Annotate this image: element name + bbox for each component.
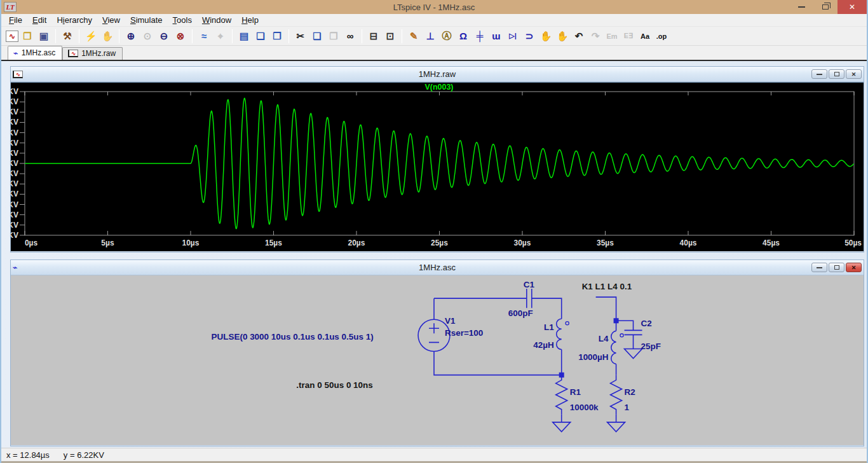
diode-tool-button[interactable]: ▷|	[505, 29, 520, 44]
net-label-tool-button[interactable]: Ⓐ	[439, 29, 454, 44]
drag-tool-button[interactable]: ✋	[555, 29, 570, 44]
component-r2-resistor[interactable]	[611, 375, 622, 415]
tab-1mhz-asc[interactable]: ⌁ 1MHz.asc	[8, 46, 62, 60]
component-tool-button[interactable]: ⊃	[522, 29, 537, 44]
waveform-minimize-button[interactable]	[811, 69, 827, 79]
c2-value-label[interactable]: 25pF	[641, 342, 661, 351]
wire-junction	[614, 318, 619, 323]
menu-window[interactable]: Window	[197, 15, 236, 25]
l1-value-label[interactable]: 42µH	[533, 340, 553, 350]
component-c1-capacitor[interactable]	[527, 289, 532, 308]
close-button[interactable]: ✕	[837, 0, 867, 14]
pulse-source-text[interactable]: PULSE(0 3000 10us 0.1us 0.1us 0.5us 1)	[212, 332, 374, 342]
waveform-plot-area[interactable]: 7KV6KV5KV4KV3KV2KV1KV0KV-1KV-2KV-3KV-4KV…	[11, 82, 864, 251]
print-button[interactable]: ⊟	[366, 29, 381, 44]
c1-value-label[interactable]: 600pF	[508, 308, 533, 318]
waveform-plot[interactable]: 7KV6KV5KV4KV3KV2KV1KV0KV-1KV-2KV-3KV-4KV…	[11, 83, 864, 251]
toolbar-separator	[119, 29, 119, 43]
status-bar: x = 12.84µs y = 6.22KV	[1, 448, 867, 463]
l4-value-label[interactable]: 1000µH	[578, 352, 608, 362]
menu-simulate[interactable]: Simulate	[125, 15, 168, 25]
new-schematic-button[interactable]: ∿	[6, 31, 18, 42]
inductor-tool-button[interactable]: ɯ	[489, 29, 504, 44]
menu-edit[interactable]: Edit	[27, 15, 51, 25]
cascade-windows-button[interactable]: ❏	[253, 29, 268, 44]
menu-view[interactable]: View	[97, 15, 125, 25]
mdi-client-area: ∿ 1MHz.raw ✕ 7KV6KV5KV4KV3KV2KV1KV0KV-1K…	[1, 61, 867, 448]
r2-value-label[interactable]: 1	[625, 403, 630, 412]
toolbar-separator	[362, 29, 362, 43]
waveform-icon: ∿	[68, 50, 78, 57]
ground-symbol-c2[interactable]	[625, 349, 642, 358]
zoom-out-button[interactable]: ⊖	[156, 29, 172, 44]
cut-button[interactable]: ✂	[293, 29, 308, 44]
r1-ref-label[interactable]: R1	[570, 387, 581, 397]
v1-ref-label[interactable]: V1	[445, 316, 456, 326]
tile-windows-button[interactable]: ▤	[236, 29, 252, 44]
rotate-button: Em	[604, 29, 620, 44]
svg-text:50µs: 50µs	[844, 238, 862, 247]
r1-value-label[interactable]: 10000k	[570, 403, 599, 412]
schematic-close-button[interactable]: ✕	[846, 263, 862, 272]
spice-directive-button[interactable]: .op	[654, 29, 669, 44]
undo-button[interactable]: ↶	[571, 29, 587, 44]
open-file-button[interactable]: ❒	[20, 29, 35, 44]
l4-ref-label[interactable]: L4	[599, 334, 609, 343]
component-l4-inductor[interactable]	[611, 331, 623, 364]
restore-button[interactable]	[813, 0, 837, 14]
waveform-close-button[interactable]: ✕	[846, 69, 862, 79]
find-button[interactable]: ∞	[342, 29, 358, 44]
r2-ref-label[interactable]: R2	[625, 387, 635, 397]
run-button[interactable]: ⚡	[83, 29, 98, 44]
ground-symbol-r1[interactable]	[553, 422, 571, 432]
menu-file[interactable]: File	[4, 15, 27, 25]
move-tool-button[interactable]: ✋	[538, 29, 553, 44]
arrange-windows-button[interactable]: ❐	[269, 29, 285, 44]
waveform-restore-button[interactable]	[829, 69, 844, 79]
l1-ref-label[interactable]: L1	[544, 322, 554, 332]
ground-symbol-r2[interactable]	[607, 422, 625, 432]
save-button[interactable]: ▣	[36, 29, 51, 44]
component-l1-inductor[interactable]	[557, 319, 569, 349]
menu-tools[interactable]: Tools	[168, 15, 197, 25]
app-title-bar[interactable]: LT LTspice IV - 1MHz.asc ✕	[1, 0, 867, 14]
copy-button[interactable]: ❑	[309, 29, 325, 44]
menu-hierarchy[interactable]: Hierarchy	[51, 15, 97, 25]
control-panel-button[interactable]: ⚒	[60, 29, 75, 44]
svg-text:6KV: 6KV	[11, 97, 18, 106]
trace-legend[interactable]: V(n003)	[424, 83, 453, 92]
c2-ref-label[interactable]: C2	[641, 319, 652, 328]
phase-dot-icon	[620, 334, 623, 337]
wire-tool-button[interactable]: ✎	[406, 29, 421, 44]
ground-tool-button[interactable]: ⊥	[423, 29, 438, 44]
c1-ref-label[interactable]: C1	[524, 280, 535, 289]
close-icon: ✕	[851, 265, 857, 271]
svg-text:25µs: 25µs	[431, 238, 448, 247]
svg-text:0µs: 0µs	[25, 238, 38, 247]
component-c2-capacitor[interactable]	[625, 330, 642, 335]
trace-vn003[interactable]	[25, 98, 854, 228]
window-title: LTspice IV - 1MHz.asc	[1, 3, 867, 12]
print-preview-button[interactable]: ⊡	[383, 29, 398, 44]
tran-directive-text[interactable]: .tran 0 50us 0 10ns	[296, 380, 373, 390]
schematic-restore-button[interactable]	[829, 263, 844, 272]
minimize-button[interactable]	[789, 0, 813, 14]
v1-value-label[interactable]: Rser=100	[445, 328, 483, 338]
text-tool-button[interactable]: Aa	[637, 29, 653, 44]
component-r1-resistor[interactable]	[556, 375, 567, 415]
waveform-window-title-bar[interactable]: ∿ 1MHz.raw ✕	[11, 67, 864, 82]
tab-1mhz-raw[interactable]: ∿ 1MHz.raw	[62, 47, 123, 60]
resistor-tool-button[interactable]: Ω	[456, 29, 471, 44]
capacitor-tool-button[interactable]: ╪	[472, 29, 487, 44]
schematic-canvas[interactable]: V1 Rser=100 C1 600pF L1 42µH L4 1000µH C…	[11, 275, 864, 445]
svg-text:-5KV: -5KV	[11, 211, 18, 219]
schematic-window-title-bar[interactable]: ⌁ 1MHz.asc ✕	[11, 260, 864, 275]
coupling-directive-text[interactable]: K1 L1 L4 0.1	[582, 282, 632, 291]
svg-text:15µs: 15µs	[265, 238, 282, 247]
menu-help[interactable]: Help	[236, 15, 264, 25]
svg-text:40µs: 40µs	[680, 238, 697, 247]
zoom-full-extents-button[interactable]: ⊗	[173, 29, 188, 44]
zoom-in-button[interactable]: ⊕	[123, 29, 139, 44]
autorange-y-axis-button[interactable]: ≈	[196, 29, 212, 44]
schematic-minimize-button[interactable]	[811, 263, 827, 272]
